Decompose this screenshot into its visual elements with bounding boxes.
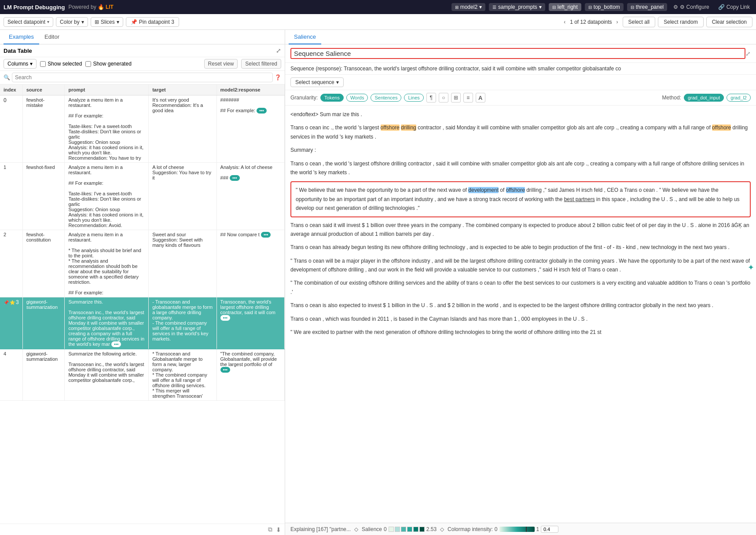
colormap-intensity-input[interactable] (541, 526, 558, 533)
left-panel: Examples Editor Data Table ⤢ Columns ▾ S… (0, 30, 285, 535)
gran-sentences-button[interactable]: Sentences (371, 94, 401, 102)
gran-icon5-button[interactable]: A (476, 93, 485, 103)
more-btn[interactable]: ••• (220, 367, 231, 373)
gran-words-button[interactable]: Words (346, 94, 368, 102)
toolbar-row: Columns ▾ Show selected Show generated R… (0, 57, 285, 71)
powered-by: Powered by 🔥 LIT (68, 4, 114, 10)
right-tabs: Salience (285, 30, 756, 44)
clear-selection-button[interactable]: Clear selection (706, 17, 752, 27)
cell-prompt: Analyze a menu item in a restaurant.## F… (65, 95, 149, 163)
copy-icon[interactable]: ⧉ (268, 526, 272, 533)
more-btn[interactable]: ••• (111, 341, 121, 347)
salience-color-4 (413, 527, 418, 532)
table-row[interactable]: 4 gigaword-summarization Summarize the f… (0, 349, 285, 401)
show-generated-checkbox[interactable]: Show generated (85, 61, 131, 67)
table-row[interactable]: 1 fewshot-fixed Analyze a menu item in a… (0, 163, 285, 230)
columns-button[interactable]: Columns ▾ (4, 59, 37, 69)
method-grad-dot-button[interactable]: grad_dot_input (684, 94, 724, 102)
salience-color-3 (407, 527, 412, 532)
cell-target: - Transocean and globalsantafe merge to … (149, 297, 217, 349)
text-block-3: Trans o cean , the world 's largest offs… (290, 159, 751, 177)
download-icon[interactable]: ⬇ (276, 526, 281, 533)
cell-source: fewshot-constitution (22, 230, 65, 297)
layout-3p-label: three_panel (636, 4, 664, 10)
cell-response: Analysis: A lot of cheese### ••• (217, 163, 284, 230)
color-gradient (499, 527, 535, 532)
configure-label: ⚙ Configure (680, 4, 709, 10)
copy-link-button[interactable]: 🔗 Copy Link (716, 3, 752, 11)
show-selected-input[interactable] (40, 61, 46, 67)
pin-button[interactable]: 📌 Pin datapoint 3 (126, 17, 179, 27)
highlight-development: development (468, 187, 499, 193)
select-all-button[interactable]: Select all (623, 17, 656, 27)
prompts-tab-arrow: ▾ (539, 4, 542, 10)
highlight-drilling1: drilling (401, 125, 416, 131)
cell-response: ## Now compare t ••• (217, 230, 284, 297)
expand-right-icon[interactable]: ⤢ (745, 50, 751, 57)
cell-source: fewshot-mistake (22, 95, 65, 163)
salience-color-2 (401, 527, 406, 532)
more-btn[interactable]: ••• (220, 315, 231, 321)
gran-icon1-button[interactable]: ¶ (426, 93, 436, 103)
color-by-button[interactable]: Color by ▾ (56, 17, 88, 27)
data-table: index source prompt target model2:respon… (0, 84, 285, 524)
cell-index: 📌 ⭐ 3 (0, 297, 22, 349)
text-block-8: Trans o cean is also expected to invest … (290, 301, 751, 310)
more-btn[interactable]: ••• (230, 175, 240, 181)
layout-three-panel-tab[interactable]: ⊟ three_panel (627, 3, 667, 11)
nav-prev-button[interactable]: ‹ (562, 18, 567, 26)
method-label: Method: (662, 95, 681, 101)
prompts-tab[interactable]: ☰ sample_prompts ▾ (489, 3, 545, 11)
highlight-best-partners: best partners (564, 196, 595, 202)
table-row[interactable]: 0 fewshot-mistake Analyze a menu item in… (0, 95, 285, 163)
colormap-min: 0 (495, 526, 498, 532)
select-random-button[interactable]: Select random (658, 17, 703, 27)
color-by-arrow: ▾ (81, 19, 84, 25)
layout-left-right-tab[interactable]: ⊟ left_right (549, 3, 581, 11)
select-datapoint-button[interactable]: Select datapoint ▾ (4, 17, 53, 27)
select-filtered-button[interactable]: Select filtered (241, 59, 281, 69)
left-panel-footer: ⧉ ⬇ (0, 524, 285, 535)
gran-tokens-button[interactable]: Tokens (320, 94, 344, 102)
model-tab-label: model2 (460, 4, 477, 10)
slices-button[interactable]: ⊞ Slices ▾ (91, 17, 123, 27)
text-block-7: " The combination of our existing offsho… (290, 278, 751, 297)
data-table-title: Data Table (4, 48, 272, 54)
cell-prompt: Summarize this. Transocean inc., the wor… (65, 297, 149, 349)
nav-next-button[interactable]: › (615, 18, 620, 26)
show-generated-input[interactable] (85, 61, 91, 67)
diamond-icon: ◇ (354, 526, 358, 532)
star-icon: ⭐ (10, 300, 15, 305)
help-icon[interactable]: ❓ (275, 74, 281, 81)
select-sequence-button[interactable]: Select sequence ▾ (290, 77, 344, 87)
select-sequence-arrow: ▾ (336, 79, 339, 85)
layout-top-bottom-tab[interactable]: ⊟ top_bottom (585, 3, 624, 11)
add-panel-button[interactable]: ✦ (748, 263, 754, 272)
method-grad-l2-button[interactable]: grad_l2 (727, 94, 751, 102)
search-input[interactable] (12, 73, 273, 82)
show-selected-checkbox[interactable]: Show selected (40, 61, 82, 67)
columns-label: Columns (7, 61, 28, 67)
table-row[interactable]: 📌 ⭐ 3 gigaword-summarization Summarize t… (0, 297, 285, 349)
gran-lines-button[interactable]: Lines (404, 94, 423, 102)
more-btn[interactable]: ••• (261, 232, 271, 238)
text-block-6: " Trans o cean will be a major player in… (290, 257, 751, 275)
tab-examples[interactable]: Examples (4, 30, 39, 44)
tab-salience[interactable]: Salience (289, 30, 321, 44)
tab-editor[interactable]: Editor (39, 30, 65, 44)
expand-icon[interactable]: ⤢ (276, 47, 281, 54)
cell-response: ######### For example: ••• (217, 95, 284, 163)
reset-view-button[interactable]: Reset view (204, 59, 238, 69)
gran-icon2-button[interactable]: ○ (439, 93, 448, 103)
model-tab[interactable]: ⊞ model2 ▾ (451, 3, 485, 11)
sequence-text: Sequence (response): Transocean, the wor… (285, 63, 756, 75)
cell-source: fewshot-fixed (22, 163, 65, 230)
more-btn[interactable]: ••• (257, 108, 267, 114)
text-block-1: Trans o cean inc ., the world 's largest… (290, 123, 751, 141)
configure-button[interactable]: ⚙ ⚙ Configure (671, 3, 712, 11)
gran-icon4-button[interactable]: ≡ (463, 93, 473, 103)
nav-text: 1 of 12 datapoints (570, 19, 612, 25)
layout-3p-icon: ⊟ (631, 5, 634, 10)
gran-icon3-button[interactable]: ⊞ (451, 93, 461, 103)
table-row[interactable]: 2 fewshot-constitution Analyze a menu it… (0, 230, 285, 297)
